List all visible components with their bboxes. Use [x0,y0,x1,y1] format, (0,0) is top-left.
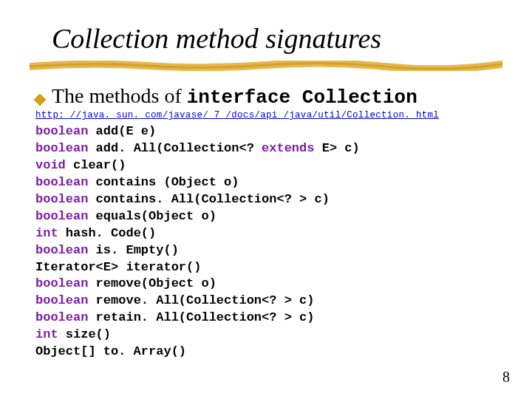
bullet-row: The methods of interface Collection [35,84,502,109]
code-line: boolean retain. All(Collection<? > c) [35,310,502,327]
code-line: int size() [35,327,502,344]
bullet-diamond-icon [34,94,47,106]
code-block: boolean add(E e)boolean add. All(Collect… [35,123,502,361]
code-line: boolean remove(Object o) [35,276,502,293]
bullet-code: interface Collection [187,86,417,109]
code-line: boolean remove. All(Collection<? > c) [35,293,502,310]
doc-link[interactable]: http: //java. sun. com/javase/ 7 /docs/a… [35,110,502,120]
code-line: Object[] to. Array() [35,344,502,361]
code-line: boolean equals(Object o) [35,208,502,225]
code-line: int hash. Code() [35,225,502,242]
code-line: Iterator<E> iterator() [35,259,502,276]
slide-title: Collection method signatures [52,22,502,55]
bullet-text: The methods of interface Collection [52,84,417,109]
page-number: 8 [502,369,510,386]
code-line: boolean add(E e) [35,123,502,140]
code-line: boolean contains. All(Collection<? > c) [35,191,502,208]
bullet-prefix: The methods of [52,84,187,107]
code-line: void clear() [35,157,502,174]
code-line: boolean contains (Object o) [35,174,502,191]
code-line: boolean is. Empty() [35,242,502,259]
code-line: boolean add. All(Collection<? extends E>… [35,140,502,157]
title-underline [30,61,502,71]
slide: Collection method signatures The methods… [0,0,532,399]
